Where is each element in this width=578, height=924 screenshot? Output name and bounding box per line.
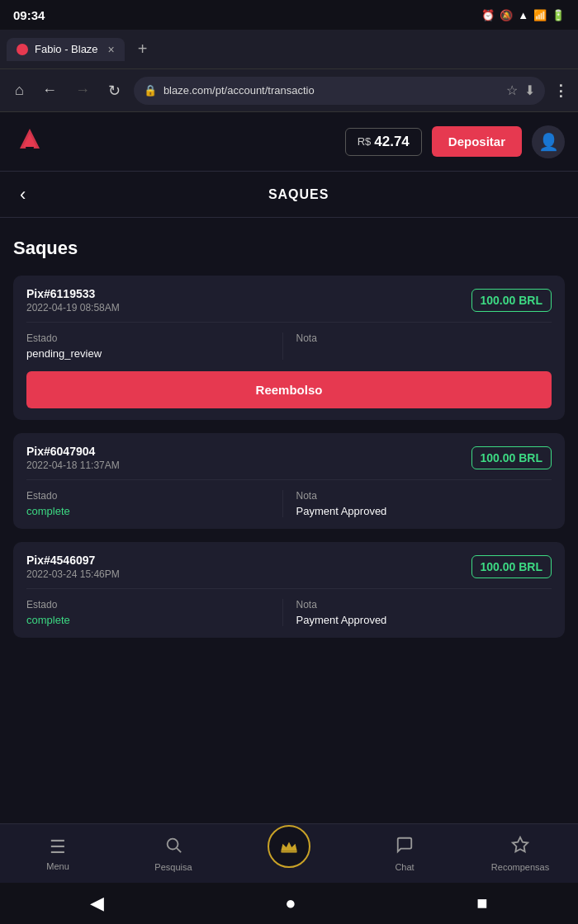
tx-date-3: 2022-03-24 15:46PM xyxy=(26,568,120,580)
balance-display: R$ 42.74 xyxy=(345,128,422,156)
more-options-button[interactable]: ⋮ xyxy=(553,82,568,100)
mute-icon: 🔕 xyxy=(500,9,513,21)
tx-details-2: Estado complete Nota Payment Approved xyxy=(13,480,565,529)
tx-state-col-1: Estado pending_review xyxy=(26,332,282,360)
app-header: R$ 42.74 Depositar 👤 xyxy=(0,112,578,172)
rewards-icon xyxy=(511,836,529,859)
state-value-3: complete xyxy=(26,614,282,626)
tx-amount-2: 100.00 BRL xyxy=(471,446,552,469)
tx-nota-col-3: Nota Payment Approved xyxy=(282,599,552,626)
url-text: blaze.com/pt/account/transactio xyxy=(163,84,500,97)
blaze-logo xyxy=(13,125,46,158)
tx-info-3: Pix#4546097 2022-03-24 15:46PM xyxy=(26,554,120,580)
deposit-button[interactable]: Depositar xyxy=(432,126,522,157)
svg-marker-6 xyxy=(513,837,528,851)
tx-details-3: Estado complete Nota Payment Approved xyxy=(13,589,565,638)
nav-item-rewards[interactable]: Recompensas xyxy=(462,836,578,872)
reload-button[interactable]: ↻ xyxy=(103,78,126,103)
nav-item-crown[interactable] xyxy=(231,840,347,868)
nav-item-menu[interactable]: ☰ Menu xyxy=(0,837,116,871)
state-label-3: Estado xyxy=(26,599,282,610)
main-content: Saques Pix#6119533 2022-04-19 08:58AM 10… xyxy=(0,218,578,823)
nota-label-2: Nota xyxy=(296,490,552,502)
android-nav: ◀ ● ■ xyxy=(0,883,578,924)
rewards-label: Recompensas xyxy=(491,862,549,872)
status-icons: ⏰ 🔕 ▲ 📶 🔋 xyxy=(481,9,565,21)
tx-id-2: Pix#6047904 xyxy=(26,445,120,458)
home-button[interactable]: ⌂ xyxy=(10,78,29,102)
tx-info-2: Pix#6047904 2022-04-18 11:37AM xyxy=(26,445,120,471)
tx-date-1: 2022-04-19 08:58AM xyxy=(26,302,120,314)
tab-close-button[interactable]: × xyxy=(108,43,115,56)
search-icon xyxy=(164,836,182,859)
tx-details-1: Estado pending_review Nota xyxy=(13,323,565,371)
android-home-button[interactable]: ● xyxy=(265,886,315,921)
balance-currency: R$ xyxy=(358,135,372,148)
tx-state-col-2: Estado complete xyxy=(26,490,282,517)
active-tab[interactable]: Fabio - Blaze × xyxy=(7,38,125,61)
nav-item-chat[interactable]: Chat xyxy=(347,836,462,872)
tx-state-col-3: Estado complete xyxy=(26,599,282,626)
android-back-button[interactable]: ◀ xyxy=(70,886,124,921)
svg-point-3 xyxy=(168,838,178,849)
transaction-card-3: Pix#4546097 2022-03-24 15:46PM 100.00 BR… xyxy=(13,542,565,638)
browser-toolbar: ⌂ ← → ↻ 🔒 blaze.com/pt/account/transacti… xyxy=(0,69,578,112)
back-button[interactable]: ← xyxy=(37,78,62,102)
tab-title: Fabio - Blaze xyxy=(35,43,98,55)
search-label: Pesquisa xyxy=(154,862,192,872)
forward-button[interactable]: → xyxy=(70,78,95,102)
balance-amount: 42.74 xyxy=(374,134,410,150)
tx-nota-col-1: Nota xyxy=(282,332,552,360)
page-title: SAQUES xyxy=(32,187,565,202)
section-title: Saques xyxy=(13,238,565,259)
transaction-card-2: Pix#6047904 2022-04-18 11:37AM 100.00 BR… xyxy=(13,433,565,529)
tx-nota-col-2: Nota Payment Approved xyxy=(282,490,552,517)
menu-icon: ☰ xyxy=(50,837,66,858)
state-value-2: complete xyxy=(26,505,282,517)
signal-icon: 📶 xyxy=(533,9,547,21)
lock-icon: 🔒 xyxy=(144,84,157,97)
svg-line-4 xyxy=(177,848,181,852)
nota-value-2: Payment Approved xyxy=(296,505,552,517)
download-icon[interactable]: ⬇ xyxy=(524,82,535,98)
state-value-1: pending_review xyxy=(26,347,282,360)
state-label-1: Estado xyxy=(26,332,282,344)
tab-favicon xyxy=(17,44,28,55)
tx-top-3: Pix#4546097 2022-03-24 15:46PM 100.00 BR… xyxy=(13,542,565,588)
state-label-2: Estado xyxy=(26,490,282,502)
chat-icon xyxy=(396,836,414,859)
reembolso-button-1[interactable]: Reembolso xyxy=(26,371,552,408)
wifi-icon: ▲ xyxy=(518,9,528,21)
nota-label-1: Nota xyxy=(296,332,552,344)
crown-icon xyxy=(268,825,310,868)
menu-label: Menu xyxy=(46,861,69,871)
alarm-icon: ⏰ xyxy=(481,9,495,21)
page-back-button[interactable]: ‹ xyxy=(13,181,32,209)
tx-amount-1: 100.00 BRL xyxy=(471,289,552,312)
new-tab-button[interactable]: + xyxy=(131,36,154,62)
status-time: 09:34 xyxy=(13,8,45,22)
android-recent-button[interactable]: ■ xyxy=(457,886,507,921)
avatar-button[interactable]: 👤 xyxy=(532,125,565,158)
nav-item-search[interactable]: Pesquisa xyxy=(116,836,231,872)
tx-amount-3: 100.00 BRL xyxy=(471,555,552,578)
transaction-card-1: Pix#6119533 2022-04-19 08:58AM 100.00 BR… xyxy=(13,276,565,420)
nota-value-3: Payment Approved xyxy=(296,614,552,626)
bookmark-icon[interactable]: ☆ xyxy=(506,82,518,98)
bottom-nav: ☰ Menu Pesquisa Chat xyxy=(0,823,578,883)
address-bar[interactable]: 🔒 blaze.com/pt/account/transactio ☆ ⬇ xyxy=(134,77,545,105)
tx-id-3: Pix#4546097 xyxy=(26,554,120,567)
tx-top-1: Pix#6119533 2022-04-19 08:58AM 100.00 BR… xyxy=(13,276,565,322)
user-icon: 👤 xyxy=(538,132,559,152)
nota-label-3: Nota xyxy=(296,599,552,610)
page-header: ‹ SAQUES xyxy=(0,172,578,218)
tx-date-2: 2022-04-18 11:37AM xyxy=(26,460,120,471)
tx-top-2: Pix#6047904 2022-04-18 11:37AM 100.00 BR… xyxy=(13,433,565,479)
chat-label: Chat xyxy=(395,862,414,872)
battery-icon: 🔋 xyxy=(552,9,565,21)
status-bar: 09:34 ⏰ 🔕 ▲ 📶 🔋 xyxy=(0,0,578,30)
tx-id-1: Pix#6119533 xyxy=(26,287,120,300)
tx-info-1: Pix#6119533 2022-04-19 08:58AM xyxy=(26,287,120,314)
svg-rect-5 xyxy=(281,851,297,852)
tab-bar: Fabio - Blaze × + xyxy=(0,30,578,69)
